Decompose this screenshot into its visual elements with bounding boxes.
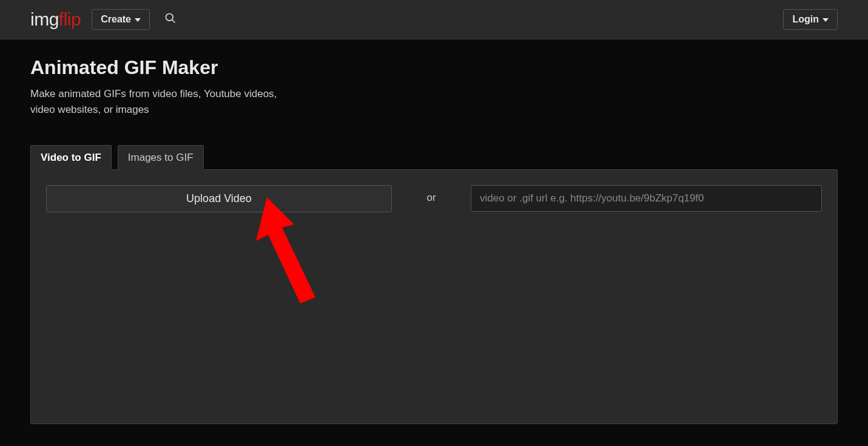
chevron-down-icon <box>823 18 829 22</box>
page-title: Animated GIF Maker <box>30 56 838 79</box>
or-separator: or <box>392 185 471 204</box>
tab-images-to-gif[interactable]: Images to GIF <box>118 145 204 170</box>
login-button[interactable]: Login <box>783 9 838 30</box>
logo-text-flip: flip <box>59 9 81 29</box>
create-button-label: Create <box>101 14 131 25</box>
tabs: Video to GIF Images to GIF <box>30 144 838 169</box>
main-content: Animated GIF Maker Make animated GIFs fr… <box>0 39 868 441</box>
page-subtitle: Make animated GIFs from video files, You… <box>30 86 285 117</box>
header-bar: imgflip Create Login <box>0 0 868 39</box>
upload-video-button[interactable]: Upload Video <box>46 185 392 212</box>
chevron-down-icon <box>135 18 141 22</box>
create-button[interactable]: Create <box>92 9 150 30</box>
svg-line-1 <box>172 20 175 23</box>
tab-video-to-gif[interactable]: Video to GIF <box>30 145 112 170</box>
video-url-input[interactable] <box>471 185 822 212</box>
tab-panel: Upload Video or <box>30 169 838 424</box>
logo[interactable]: imgflip <box>30 9 81 30</box>
logo-text-img: img <box>30 9 59 29</box>
svg-point-0 <box>166 14 173 21</box>
login-button-label: Login <box>792 14 819 25</box>
search-icon[interactable] <box>161 8 180 30</box>
